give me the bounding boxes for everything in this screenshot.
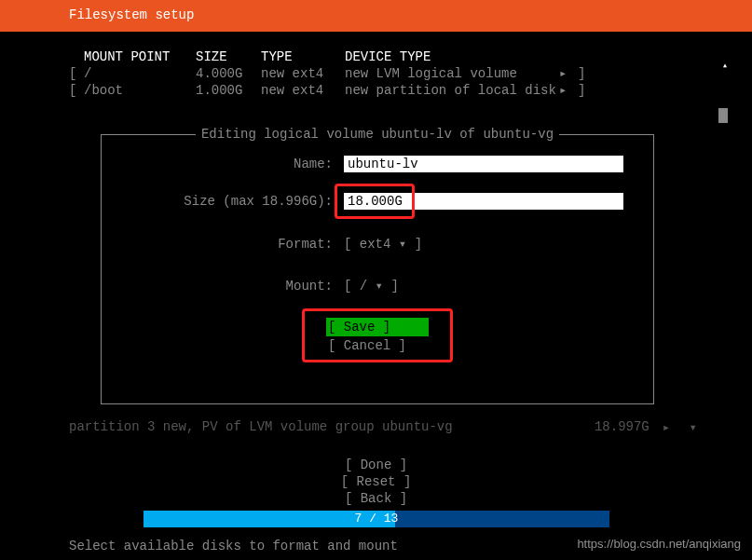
size-label: Size (max 18.996G): [102, 194, 344, 209]
dialog-title: Editing logical volume ubuntu-lv of ubun… [196, 127, 559, 142]
cancel-button[interactable]: [ Cancel ] [326, 336, 429, 355]
back-button[interactable]: [ Back ] [0, 490, 752, 507]
name-input[interactable]: ubuntu-lv [344, 156, 623, 172]
mount-select[interactable]: [ / ▾ ] [344, 278, 512, 294]
hint-text: Select available disks to format and mou… [69, 539, 398, 553]
edit-volume-dialog: Editing logical volume ubuntu-lv of ubun… [101, 134, 654, 404]
name-label: Name: [102, 157, 344, 171]
chevron-right-icon: ▸ [559, 82, 578, 99]
footer-buttons: [ Done ] [ Reset ] [ Back ] [0, 457, 752, 507]
table-row[interactable]: [ /boot 1.000G new ext4 new partition of… [0, 82, 752, 99]
format-label: Format: [102, 237, 344, 252]
size-input[interactable]: 18.000G [344, 193, 623, 210]
table-row[interactable]: [ / 4.000G new ext4 new LVM logical volu… [0, 65, 752, 82]
save-button[interactable]: [ Save ] [326, 318, 429, 336]
progress-bar: 7 / 13 [144, 511, 609, 527]
reset-button[interactable]: [ Reset ] [0, 473, 752, 490]
done-button[interactable]: [ Done ] [0, 457, 752, 473]
col-size-header: SIZE [196, 48, 261, 65]
table-header: MOUNT POINT SIZE TYPE DEVICE TYPE [0, 48, 752, 65]
scrollbar[interactable] [718, 108, 728, 123]
col-devtype-header: DEVICE TYPE [345, 48, 559, 65]
mount-label: Mount: [102, 279, 344, 294]
col-type-header: TYPE [261, 48, 345, 65]
chevron-icons: ▸ ▾ [663, 419, 703, 435]
chevron-right-icon: ▸ [559, 65, 578, 82]
partition-row[interactable]: partition 3 new, PV of LVM volume group … [69, 419, 703, 435]
progress-text: 7 / 13 [144, 511, 609, 527]
format-select[interactable]: [ ext4 ▾ ] [344, 236, 512, 252]
page-title: Filesystem setup [69, 7, 194, 22]
title-bar: Filesystem setup [0, 0, 752, 32]
col-mount-header: MOUNT POINT [84, 48, 196, 65]
scroll-up-icon[interactable]: ▴ [722, 60, 728, 71]
watermark: https://blog.csdn.net/anqixiang [577, 537, 741, 551]
